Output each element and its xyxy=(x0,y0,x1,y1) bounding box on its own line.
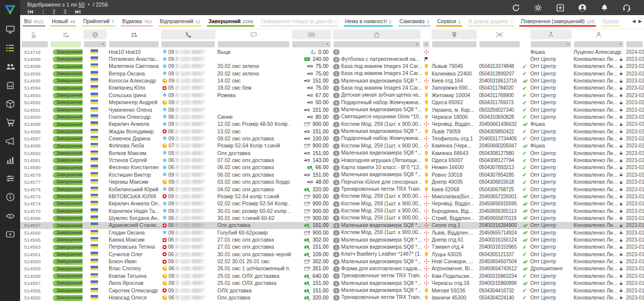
table-row[interactable]: 514567ЗавершенийАдамовский Станис...068 … xyxy=(20,222,644,229)
filter-input-comment[interactable] xyxy=(218,41,289,47)
first-page-icon[interactable] xyxy=(27,9,34,15)
table-row[interactable]: 514568ЗавершенийШумляс Богдана Ан...✻068… xyxy=(20,214,644,221)
status-badge[interactable]: Завершений xyxy=(53,237,83,243)
sidebar-item-clients[interactable] xyxy=(0,57,20,76)
filter-input-product[interactable] xyxy=(334,41,420,47)
status-badge[interactable]: Завершений xyxy=(53,208,83,214)
table-row[interactable]: 514599ЗавершенийПотапенко Анастас..✻098 … xyxy=(20,55,644,62)
sidebar-item-products[interactable] xyxy=(0,95,20,113)
column-header-country[interactable] xyxy=(84,30,107,39)
table-row[interactable]: 514596ЗавершенийВегера Оксана✻098 123 45… xyxy=(20,70,644,77)
page-size-caret-icon[interactable]: ▼ xyxy=(87,3,90,6)
status-badge[interactable]: Завершений xyxy=(53,223,83,229)
status-badge[interactable]: Завершений xyxy=(53,150,83,157)
support-icon[interactable] xyxy=(622,4,631,12)
status-badge[interactable]: Завершений xyxy=(53,259,83,265)
sidebar-item-cart[interactable] xyxy=(0,113,20,132)
table-row[interactable]: 514716ЗавершенийНов10 Нов10✻098 123 4567… xyxy=(20,48,644,55)
status-badge[interactable]: Завершений xyxy=(53,201,83,207)
column-header-phone[interactable] xyxy=(161,30,215,39)
tab-completed[interactable]: Завершений2256 xyxy=(204,15,257,29)
table-row[interactable]: 514586ЗавершенийФіліпова Люба078 123 456… xyxy=(20,142,644,149)
table-row[interactable]: 514598ЗавершенийМалютина Светлана✻098 12… xyxy=(20,63,644,70)
column-header-city[interactable] xyxy=(432,30,477,39)
column-header-id[interactable] xyxy=(21,30,48,39)
table-row[interactable]: 514570ЗавершенийКорнелюк Надія Та...✻098… xyxy=(20,207,644,214)
table-row[interactable]: 514579ЗавершенийКостишин Виктор✻098 123 … xyxy=(20,171,644,178)
status-badge[interactable]: Завершений xyxy=(53,215,83,221)
status-badge[interactable]: Завершений xyxy=(53,114,83,120)
filter-input-country[interactable] xyxy=(84,41,106,47)
tab-out-of-stock[interactable]: Нема в наявності2 xyxy=(341,15,395,29)
tab-new[interactable]: Новый46 xyxy=(48,15,79,29)
table-row[interactable]: 514555ЗавершенийНовосад Олеся068 123 456… xyxy=(20,294,644,301)
table-row[interactable]: 514559ЗавершенийВлас Слотюу068 123 45672… xyxy=(20,265,644,272)
status-badge[interactable]: Завершений xyxy=(53,86,83,92)
table-row[interactable]: 514595ЗавершенийКолосок Александр098 123… xyxy=(20,77,644,84)
table-row[interactable]: 514588ЗавершенийЖидак Володимир068 123 4… xyxy=(20,128,644,135)
sidebar-item-statistics[interactable] xyxy=(0,150,20,169)
add-order-icon[interactable] xyxy=(556,4,565,12)
filter-input-id[interactable] xyxy=(22,41,48,47)
filter-input-client[interactable] xyxy=(109,41,158,47)
status-badge[interactable]: Завершений xyxy=(53,158,83,164)
page-number-2[interactable]: 2 xyxy=(53,9,56,15)
filter-input-manager[interactable] xyxy=(574,41,623,47)
status-badge[interactable]: Завершений xyxy=(53,56,83,62)
app-logo-icon[interactable] xyxy=(0,1,20,18)
filter-input-payment[interactable] xyxy=(292,41,331,47)
table-row[interactable]: 514581ЗавершенийУстинов Сергей✻068 123 4… xyxy=(20,157,644,164)
avatar-icon[interactable] xyxy=(578,4,587,12)
tabs-scroll-left-icon[interactable]: ◀ xyxy=(632,19,635,24)
tab-services[interactable]: Сервіси1 xyxy=(433,15,465,29)
filter-input-status[interactable] xyxy=(51,41,81,47)
status-badge[interactable]: Завершений xyxy=(53,107,83,113)
status-badge[interactable]: Завершений xyxy=(53,93,83,99)
table-row[interactable]: 514591ЗавершенийЧумаченко Олена✻098 123 … xyxy=(20,106,644,113)
table-row[interactable]: 514577ЗавершенийЧерниш Максим098 123 456… xyxy=(20,178,644,185)
sidebar-item-marketing[interactable] xyxy=(0,132,20,150)
table-row[interactable]: 514593ЗавершенийСольська Ірина✻098 123 4… xyxy=(20,92,644,99)
tab-pickup[interactable]: Самовивіз2 xyxy=(395,15,433,29)
page-number-1[interactable]: 1 xyxy=(42,9,45,15)
status-badge[interactable]: Завершений xyxy=(53,78,83,84)
column-header-status[interactable] xyxy=(50,30,82,39)
sidebar-item-dashboard[interactable] xyxy=(0,20,20,39)
column-header-manager[interactable] xyxy=(574,30,624,39)
gear-icon[interactable] xyxy=(534,4,542,12)
filter-input-delivery[interactable] xyxy=(423,41,429,47)
table-row[interactable]: 514587ЗавершенийСеменюк Дарина✻098 123 4… xyxy=(20,135,644,142)
column-header-payment[interactable] xyxy=(292,30,331,39)
table-row[interactable]: 514565ЗавершенийБаюка Максим068 123 4567… xyxy=(20,236,644,243)
status-badge[interactable]: Завершений xyxy=(53,252,83,258)
page-size-select[interactable]: 50 xyxy=(78,2,85,8)
status-badge[interactable]: Завершений xyxy=(53,194,83,200)
status-badge[interactable]: Завершений xyxy=(53,245,83,251)
table-row[interactable]: 514557ЗавершенийЛила Ярослав098 123 4567… xyxy=(20,280,644,287)
sidebar-item-video-help[interactable] xyxy=(0,225,20,244)
table-row[interactable]: 514589ЗавершенийКирилич Анжела✻098 123 4… xyxy=(20,121,644,128)
status-badge[interactable]: Завершений xyxy=(53,179,83,185)
table-row[interactable]: 514566ЗавершенийГладик Оксана✻098 123 45… xyxy=(20,229,644,236)
status-badge[interactable]: Завершений xyxy=(53,165,83,171)
status-badge[interactable]: Завершений xyxy=(53,129,83,135)
tab-return-completed[interactable]: Повернення (завершений)125 xyxy=(517,15,598,29)
tab-accepted[interactable]: Прийнятий7 xyxy=(79,15,118,29)
status-badge[interactable]: Завершений xyxy=(53,143,83,149)
table-row[interactable]: 514582ЗавершенийВолков Максим✻098 123 45… xyxy=(20,149,644,157)
tab-return-in-transit[interactable]: Повернення товару (в дорозі)0 xyxy=(257,15,341,29)
status-badge[interactable]: Завершений xyxy=(53,71,83,77)
table-row[interactable]: 514590ЗавершенийГнатюк Олексндр✻068 123 … xyxy=(20,113,644,120)
bell-icon[interactable] xyxy=(600,4,609,12)
column-header-comment[interactable] xyxy=(217,30,290,39)
filter-input-ttn[interactable] xyxy=(479,41,520,47)
table-row[interactable]: 514580ЗавершенийФесенко Константин✻068 1… xyxy=(20,164,644,171)
sidebar-item-info[interactable] xyxy=(0,188,20,206)
tab-sent[interactable]: Відправлений12 xyxy=(155,15,204,29)
status-badge[interactable]: Завершений xyxy=(53,280,83,286)
page-number-3[interactable]: 3 xyxy=(63,9,66,15)
status-badge[interactable]: Завершений xyxy=(53,100,83,106)
status-badge[interactable]: Завершений xyxy=(53,230,83,236)
column-header-check[interactable] xyxy=(522,30,528,39)
filter-input-phone[interactable] xyxy=(162,41,215,47)
